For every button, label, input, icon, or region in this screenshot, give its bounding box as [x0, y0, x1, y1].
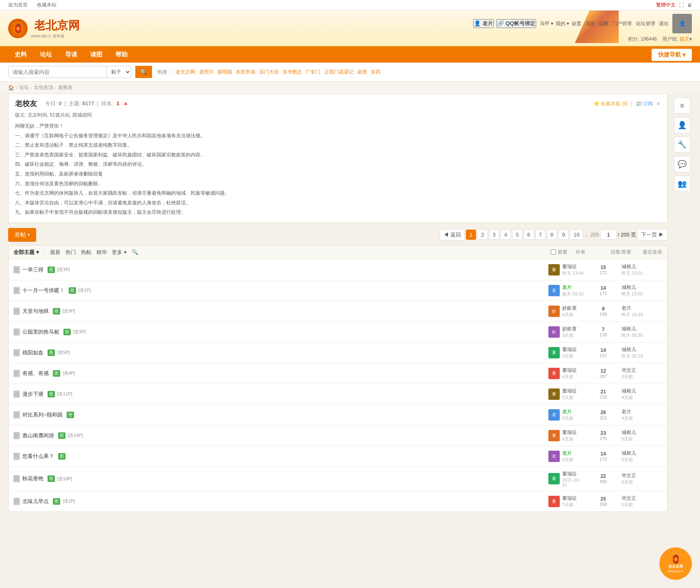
last-post-user[interactable]: 华文正 [622, 472, 662, 479]
thread-title-link[interactable]: 十一月一号供暖！ [22, 287, 65, 294]
last-post-user[interactable]: 城根儿 [622, 388, 662, 395]
author-name[interactable]: 老片 [562, 408, 574, 415]
sidebar-tools-button[interactable]: 🔧 [674, 137, 690, 153]
filter-sticky[interactable]: 热帖 [81, 249, 91, 256]
thread-title-link[interactable]: 对比系列~颐和园 [22, 411, 63, 419]
page-3-button[interactable]: 3 [489, 230, 499, 240]
new-window-checkbox[interactable] [551, 250, 556, 255]
nav-daodu[interactable]: 导读 [59, 47, 84, 63]
skin-icon[interactable]: 🖥 [687, 2, 692, 8]
forum-mgmt-link[interactable]: 论坛管理 [636, 21, 655, 26]
page-1-button[interactable]: 1 [466, 230, 476, 240]
page-2-button[interactable]: 2 [477, 230, 487, 240]
filter-all[interactable]: 全部主题 ▾ [13, 249, 39, 256]
author-name[interactable]: 妙龄童 [562, 325, 577, 332]
filter-more[interactable]: 更多 ▾ [112, 249, 127, 256]
back-button[interactable]: ◀ 返回 [440, 229, 465, 241]
page-input[interactable] [600, 230, 617, 240]
thread-title-link[interactable]: 天堂与地狱 [22, 308, 49, 315]
messages-link[interactable]: 消息 [585, 21, 595, 26]
hot-item-4[interactable]: 后门大街 [259, 69, 279, 75]
search-input[interactable] [9, 67, 106, 78]
page-5-button[interactable]: 5 [512, 230, 522, 240]
last-post-user[interactable]: 华文正 [622, 495, 662, 502]
close-notice-button[interactable]: ✕ [656, 101, 661, 107]
hot-item-9[interactable]: 东四 [371, 69, 380, 75]
thread-title-link[interactable]: 公园里的拴马桩 [22, 328, 59, 336]
filter-featured[interactable]: 精华 [96, 249, 107, 256]
quick-nav-button[interactable]: 快捷导航 ▾ [652, 49, 692, 61]
login-button[interactable]: 👤 老片 [473, 19, 494, 28]
page-8-button[interactable]: 8 [547, 230, 557, 240]
portal-mgmt-link[interactable]: 门户管理 [612, 21, 632, 26]
home-icon[interactable]: 🏠 [8, 85, 14, 91]
hot-item-7[interactable]: 正阳门疏渠记 [324, 69, 354, 75]
nav-luntan[interactable]: 论坛 [33, 47, 59, 63]
nav-bangzhu[interactable]: 帮助 [109, 47, 134, 63]
bookmark-link[interactable]: 收藏本站 [37, 2, 57, 8]
author-name[interactable]: 老片 [562, 450, 574, 457]
hot-item-5[interactable]: 东华图志 [283, 69, 302, 75]
author-name[interactable]: 老片 [562, 284, 584, 291]
thread-title-link[interactable]: 您看什么果？ [22, 453, 54, 460]
search-type-select[interactable]: 帖子 [106, 66, 131, 78]
my-link[interactable]: 我的 [556, 21, 565, 26]
sidebar-friends-button[interactable]: 👥 [674, 176, 690, 192]
filter-newest[interactable]: 最新 [50, 249, 61, 256]
nav-dutu[interactable]: 读图 [84, 47, 109, 63]
settings-link[interactable]: 设置 [572, 21, 581, 26]
next-page-button[interactable]: 下一页 ▶ [637, 229, 667, 241]
user-avatar[interactable]: 👤 [672, 14, 692, 33]
thread-title-link[interactable]: 北味儿早点 [22, 498, 49, 505]
last-post-user[interactable]: 城根儿 [622, 325, 662, 332]
logout-link[interactable]: 退出 [659, 21, 669, 26]
author-name[interactable]: 董瑞征 [562, 388, 577, 395]
hot-item-6[interactable]: 广安门 [306, 69, 320, 75]
page-9-button[interactable]: 9 [558, 230, 568, 240]
last-post-user[interactable]: 老片 [622, 305, 662, 312]
last-post-user[interactable]: 城根儿 [622, 450, 662, 457]
thread-title-link[interactable]: 漫步下塘 [22, 391, 43, 398]
breadcrumb-forum[interactable]: 论坛 [19, 84, 29, 91]
author-name[interactable]: 董瑞征 [562, 263, 584, 270]
subscribe-button[interactable]: 📰 订阅 [636, 100, 653, 107]
sidebar-chat-button[interactable]: 💬 [674, 156, 690, 172]
author-name[interactable]: 董瑞征 [562, 429, 577, 436]
author-name[interactable]: 董瑞征 [562, 471, 585, 477]
thread-title-link[interactable]: 秋花香艳 [22, 475, 43, 482]
hot-item-1[interactable]: 老照片 [199, 69, 214, 75]
fullscreen-icon[interactable]: ⛶ [679, 2, 684, 8]
filter-hot[interactable]: 热门 [65, 249, 76, 256]
page-6-button[interactable]: 6 [524, 230, 534, 240]
breadcrumb-category[interactable]: 文化生活 [34, 84, 53, 91]
last-post-user[interactable]: 老片 [622, 408, 662, 415]
page-10-button[interactable]: 10 [570, 230, 583, 240]
qq-bind-button[interactable]: 🔗 QQ帐号绑定 [496, 19, 536, 28]
collect-forum-button[interactable]: ⭐ 收藏本版 (6) [593, 100, 628, 107]
post-button[interactable]: 发帖 ▾ [8, 228, 36, 242]
thread-title-link[interactable]: 惠山南麓闲游 [22, 432, 54, 439]
language-switch[interactable]: 繁體中文 [656, 2, 676, 9]
search-button[interactable]: 🔍 [135, 66, 152, 78]
search-icon[interactable]: 🔍 [132, 249, 138, 255]
author-name[interactable]: 董瑞征 [562, 367, 577, 374]
set-home-link[interactable]: 设为首页 [8, 2, 28, 8]
last-post-user[interactable]: 华文正 [622, 367, 662, 374]
reminders-link[interactable]: 提醒 [599, 21, 609, 26]
thread-title-link[interactable]: 一举三得 [22, 266, 43, 273]
hot-item-3[interactable]: 东郊市场 [236, 69, 255, 75]
author-name[interactable]: 董瑞征 [562, 495, 577, 502]
page-7-button[interactable]: 7 [535, 230, 546, 240]
horseman-link[interactable]: 马甲 [540, 21, 550, 26]
author-name[interactable]: 董瑞征 [562, 346, 577, 353]
last-post-user[interactable]: 城根儿 [622, 284, 662, 291]
sidebar-menu-button[interactable]: ≡ [674, 98, 690, 114]
thread-title-link[interactable]: 残阳如血 [22, 349, 43, 356]
author-name[interactable]: 妙龄童 [562, 305, 577, 312]
hot-item-8[interactable]: 卤煮 [357, 69, 367, 75]
last-post-user[interactable]: 城根儿 [622, 263, 662, 270]
thread-title-link[interactable]: 有感、有感 [22, 370, 49, 377]
last-post-user[interactable]: 城根儿 [622, 429, 662, 436]
last-post-user[interactable]: 城根儿 [622, 346, 662, 353]
sidebar-user-button[interactable]: 👤 [674, 117, 690, 133]
